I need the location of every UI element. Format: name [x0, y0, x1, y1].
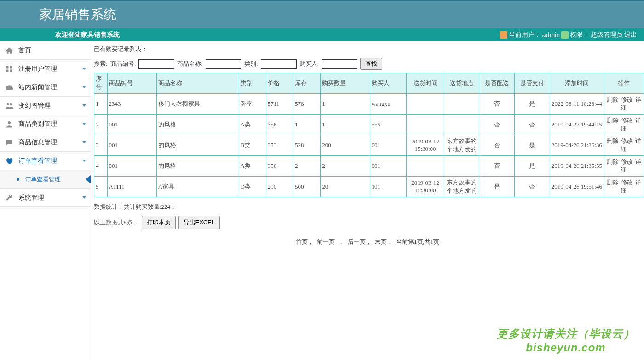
actions-row: 以上数据共5条， 打印本页 导出EXCEL: [94, 216, 641, 229]
table-cell: 1: [293, 115, 321, 135]
table-cell: 200: [321, 135, 370, 156]
product-code-input[interactable]: [138, 59, 174, 69]
edit-link[interactable]: 修改: [621, 117, 633, 124]
table-cell: 578: [293, 94, 321, 115]
table-cell: 2: [94, 115, 108, 135]
sidebar-item-system[interactable]: 系统管理: [0, 189, 91, 207]
table-cell: 200: [266, 177, 293, 197]
table-cell: [407, 115, 444, 135]
chevron-down-icon: [82, 196, 86, 199]
th-op: 操作: [604, 73, 644, 94]
sidebar-item-label: 商品类别管理: [18, 120, 82, 128]
records-count: 以上数据共5条，: [94, 218, 139, 227]
table-cell: 528: [293, 135, 321, 156]
table-cell: 001: [107, 115, 156, 135]
stats-text: 数据统计：共计购买数量:224；: [94, 203, 641, 211]
chevron-down-icon: [82, 141, 86, 143]
table-cell: 否: [479, 115, 515, 135]
table-cell: 2019-04-26 19:51:46: [550, 177, 604, 197]
table-cell: 东方故事的个地方发的: [444, 135, 479, 156]
delete-link[interactable]: 删除: [607, 96, 619, 103]
username: admin: [542, 31, 560, 39]
table-row: 12343移门大衣橱家具卧室57115781wangxu否是2022-06-11…: [94, 94, 644, 115]
th-stock: 库存: [293, 73, 321, 94]
table-cell: 2022-06-11 10:28:44: [550, 94, 604, 115]
product-code-label: 商品编号:: [110, 60, 136, 68]
submenu-label: 订单查看管理: [25, 175, 61, 183]
table-cell: D类: [239, 177, 266, 197]
delete-link[interactable]: 删除: [607, 138, 619, 144]
search-button[interactable]: 查找: [360, 58, 382, 70]
edit-link[interactable]: 修改: [621, 179, 633, 186]
table-cell: 是: [515, 135, 550, 156]
category-input[interactable]: [261, 59, 297, 69]
chevron-down-icon: [82, 123, 86, 125]
buyer-label: 购买人:: [299, 60, 319, 68]
page-next[interactable]: 后一页，: [348, 238, 372, 245]
sidebar-item-orders[interactable]: 订单查看管理: [0, 152, 91, 170]
table-cell: 2019-04-26 21:36:36: [550, 135, 604, 156]
subheader: 欢迎登陆家具销售系统 当前用户： admin 权限： 超级管理员 退出: [0, 28, 644, 41]
table-cell: 卧室: [239, 94, 266, 115]
svg-rect-1: [10, 66, 12, 68]
sidebar-item-label: 变幻图管理: [18, 102, 82, 110]
people-icon: [5, 101, 14, 110]
submenu: 订单查看管理: [0, 170, 91, 189]
sidebar-item-slider[interactable]: 变幻图管理: [0, 97, 91, 115]
edit-link[interactable]: 修改: [621, 96, 633, 103]
table-cell-ops: 删除 修改 详细: [604, 177, 644, 197]
welcome-text: 欢迎登陆家具销售系统: [0, 31, 120, 39]
table-cell: 的风格: [156, 135, 239, 156]
page-prev[interactable]: 前一页: [317, 238, 335, 245]
table-cell: A1111: [107, 177, 156, 197]
grid-icon: [5, 64, 14, 74]
current-user-label: 当前用户：: [509, 31, 541, 39]
th-price: 价格: [266, 73, 293, 94]
chevron-down-icon: [82, 104, 86, 107]
svg-rect-2: [6, 69, 8, 72]
table-cell: 3: [94, 135, 108, 156]
th-name: 商品名称: [156, 73, 239, 94]
table-cell: 否: [479, 94, 515, 115]
export-button[interactable]: 导出EXCEL: [178, 216, 220, 229]
table-cell: 4: [94, 156, 108, 177]
sidebar-item-label: 商品信息管理: [18, 138, 82, 147]
delete-link[interactable]: 删除: [607, 158, 619, 165]
sidebar-item-home[interactable]: 首页: [0, 41, 91, 60]
sidebar-item-category[interactable]: 商品类别管理: [0, 115, 91, 133]
delete-link[interactable]: 删除: [607, 117, 619, 124]
table-row: 2001的风格A类35611555否否2019-04-27 19:44:15删除…: [94, 115, 644, 135]
submenu-item-orders[interactable]: 订单查看管理: [0, 170, 91, 189]
svg-rect-3: [10, 69, 12, 72]
table-cell: 356: [266, 115, 293, 135]
sidebar-item-users[interactable]: 注册用户管理: [0, 60, 91, 78]
table-cell: 356: [266, 156, 293, 177]
table-cell: 1: [321, 115, 370, 135]
table-cell-ops: 删除 修改 详细: [604, 115, 644, 135]
person-icon: [5, 120, 14, 129]
logout-link[interactable]: 退出: [624, 31, 637, 39]
edit-link[interactable]: 修改: [621, 158, 633, 165]
page-last[interactable]: 末页，: [375, 238, 393, 245]
table-row: 4001的风格A类35622001否是2019-04-26 21:35:55删除…: [94, 156, 644, 177]
sidebar-item-product[interactable]: 商品信息管理: [0, 133, 91, 152]
table-cell: B类: [239, 135, 266, 156]
table-cell: 东方故事的个地方发的: [444, 177, 479, 197]
page-first[interactable]: 首页，: [296, 238, 314, 245]
print-button[interactable]: 打印本页: [142, 216, 176, 229]
th-atime: 添加时间: [550, 73, 604, 94]
th-dloc: 送货地点: [444, 73, 479, 94]
product-name-input[interactable]: [206, 59, 242, 69]
table-cell: 2: [293, 156, 321, 177]
product-name-label: 商品名称:: [177, 60, 203, 68]
edit-link[interactable]: 修改: [621, 138, 633, 144]
heart-icon: [5, 156, 14, 166]
active-marker-icon: [86, 175, 91, 184]
main-content: 已有购买记录列表： 搜索: 商品编号: 商品名称: 类别: 购买人: 查找 序号…: [91, 41, 644, 361]
delete-link[interactable]: 删除: [607, 179, 619, 186]
th-idx: 序号: [94, 73, 108, 94]
chat-icon: [5, 138, 14, 147]
app-title: 家居销售系统: [39, 6, 116, 23]
buyer-input[interactable]: [322, 59, 357, 69]
sidebar-item-news[interactable]: 站内新闻管理: [0, 78, 91, 97]
